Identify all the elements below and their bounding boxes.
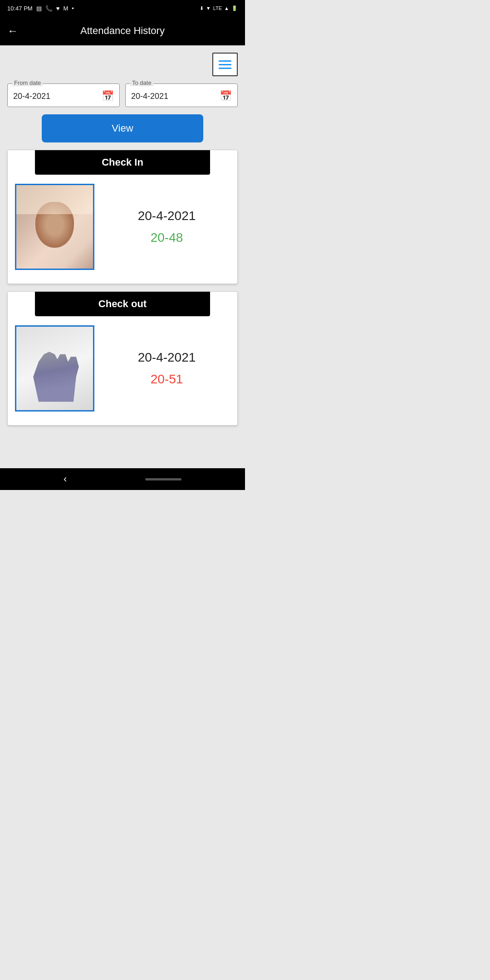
checkout-photo [15, 325, 94, 412]
heart-icon: ♥ [56, 5, 60, 12]
lte-icon: LTE [213, 5, 222, 11]
menu-line-2 [219, 64, 231, 65]
date-filter-row: From date 20-4-2021 📅 To date 20-4-2021 … [7, 83, 238, 107]
main-content: From date 20-4-2021 📅 To date 20-4-2021 … [0, 45, 245, 468]
to-date-field[interactable]: To date 20-4-2021 📅 [125, 83, 238, 107]
checkin-header: Check In [35, 150, 210, 175]
from-date-field[interactable]: From date 20-4-2021 📅 [7, 83, 120, 107]
checkin-date: 20-4-2021 [138, 209, 196, 223]
battery-icon: 🔋 [231, 5, 238, 11]
checkin-time: 20-48 [151, 230, 183, 245]
from-date-label: From date [12, 79, 43, 86]
phone-icon: 📞 [45, 5, 53, 12]
menu-line-3 [219, 68, 231, 69]
checkout-time: 20-51 [151, 372, 183, 387]
menu-line-1 [219, 60, 231, 62]
wifi-icon: ▼ [206, 5, 211, 11]
notification-icon: ▤ [36, 5, 42, 12]
home-indicator[interactable] [145, 478, 181, 480]
status-right: ⬇ ▼ LTE ▲ 🔋 [200, 5, 238, 11]
page-title: Attendance History [27, 25, 218, 37]
status-bar: 10:47 PM ▤ 📞 ♥ M • ⬇ ▼ LTE ▲ 🔋 [0, 0, 245, 16]
status-time: 10:47 PM [7, 5, 33, 12]
view-button[interactable]: View [42, 114, 203, 142]
from-date-value: 20-4-2021 [13, 92, 50, 101]
to-date-label: To date [130, 79, 153, 86]
to-date-value: 20-4-2021 [131, 92, 168, 101]
gmail-icon: M [63, 5, 68, 12]
checkout-header: Check out [35, 292, 210, 316]
from-date-calendar-icon[interactable]: 📅 [102, 90, 114, 102]
checkin-info: 20-4-2021 20-48 [103, 209, 230, 245]
status-left: 10:47 PM ▤ 📞 ♥ M • [7, 5, 74, 12]
checkin-body: 20-4-2021 20-48 [8, 175, 237, 284]
checkout-date: 20-4-2021 [138, 350, 196, 365]
checkout-card: Check out 20-4-2021 20-51 [7, 291, 238, 426]
dot-icon: • [72, 5, 74, 12]
to-date-calendar-icon[interactable]: 📅 [220, 90, 232, 102]
menu-btn-row [7, 53, 238, 76]
bottom-back-icon[interactable]: ‹ [64, 473, 67, 485]
checkout-info: 20-4-2021 20-51 [103, 350, 230, 387]
menu-button[interactable] [212, 53, 238, 76]
bottom-nav-bar: ‹ [0, 468, 245, 490]
app-bar: ← Attendance History [0, 16, 245, 45]
checkin-photo [15, 184, 94, 270]
checkout-body: 20-4-2021 20-51 [8, 316, 237, 425]
download-icon: ⬇ [200, 5, 204, 11]
checkin-card: Check In 20-4-2021 20-48 [7, 150, 238, 284]
back-button[interactable]: ← [7, 24, 18, 37]
signal-icon: ▲ [224, 5, 229, 11]
